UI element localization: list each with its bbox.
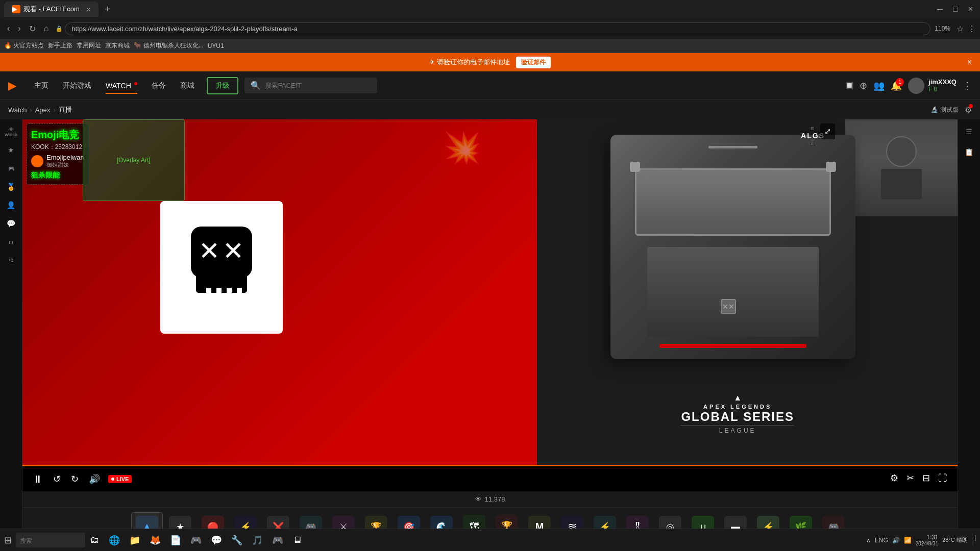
taskbar-icon-4[interactable]: 🦊 (145, 533, 165, 548)
taskbar-icon-3[interactable]: 📁 (125, 533, 144, 548)
video-area: 💥 ≡ ALGS ≡ ✕ ✕ (22, 119, 958, 551)
nav-home[interactable]: 主页 (28, 77, 55, 94)
taskbar-show-desktop[interactable]: | (972, 534, 976, 546)
toggle-icon[interactable]: 🔲 (845, 82, 853, 89)
svg-rect-7 (237, 288, 242, 298)
sidebar-icon-1[interactable]: 👁 Watch (3, 123, 19, 140)
menu-icon[interactable]: ⋮ (963, 80, 972, 91)
close-browser[interactable]: × (965, 5, 976, 14)
upgrade-btn[interactable]: 升级 (207, 77, 238, 94)
bookmark-5[interactable]: UYU1 (208, 42, 224, 49)
expand-video-btn[interactable]: ⤢ (820, 123, 835, 139)
rewind-btn[interactable]: ↺ (51, 471, 63, 487)
new-tab-btn[interactable]: + (101, 4, 114, 15)
fullscreen-btn[interactable]: ⛶ (936, 471, 949, 486)
taskbar-icon-2[interactable]: 🌐 (105, 533, 124, 548)
breadcrumb-apex[interactable]: Apex (35, 106, 51, 114)
taskbar-arrow[interactable]: ∧ (866, 537, 871, 544)
tab-favicon: ▶ (12, 5, 20, 13)
taskbar-icon-5[interactable]: 📄 (166, 533, 185, 548)
progress-bar[interactable] (22, 465, 958, 466)
taskbar-network[interactable]: 📶 (904, 537, 912, 544)
sidebar-icon-7[interactable]: m (3, 234, 19, 250)
maximize-browser[interactable]: □ (950, 5, 961, 14)
taskbar-icon-11[interactable]: 🖥 (288, 533, 306, 547)
right-icon-1[interactable]: ☰ (961, 123, 977, 140)
browser-chrome: ▶ 观看 - FACEIT.com × + ─ □ × ‹ › ↻ ⌂ 🔒 11… (0, 0, 980, 53)
taskbar-icon-1[interactable]: 🗂 (86, 533, 104, 547)
nav-start-game[interactable]: 开始游戏 (57, 77, 97, 94)
test-mode-btn[interactable]: 🔬 测试版 (930, 106, 959, 114)
friends-icon[interactable]: 👥 (873, 80, 885, 91)
breadcrumb-sep-1: › (30, 106, 32, 114)
volume-btn[interactable]: 🔊 (87, 471, 102, 487)
blood-decoration: 💥 (443, 130, 481, 166)
nav-tasks[interactable]: 任务 (145, 77, 172, 94)
bookmark-2[interactable]: 常用网址 (77, 41, 101, 50)
main-content: 👁 Watch ★ 🎮 🏅 👤 💬 m +3 💥 ≡ ALGS ≡ (0, 119, 980, 551)
play-pause-btn[interactable]: ⏸ (31, 471, 45, 487)
sidebar-icon-6[interactable]: 💬 (3, 215, 19, 232)
taskbar-lang[interactable]: ENG (875, 537, 888, 544)
search-taskbar[interactable] (16, 533, 85, 547)
nav-shop[interactable]: 商城 (174, 77, 201, 94)
minimize-browser[interactable]: ─ (934, 5, 946, 14)
nav-watch[interactable]: WATCH (100, 78, 143, 94)
quality-btn[interactable]: ✂ (904, 470, 916, 486)
host-name: Emojipeiwan (46, 154, 84, 161)
video-controls: ⏸ ↺ ↻ 🔊 LIVE ⚙ ✂ ⊟ ⛶ (22, 465, 958, 491)
right-icon-2[interactable]: 📋 (961, 144, 977, 160)
stream-overlay: Emoji电竞 KOOK：25283012 Emojipeiwan 御姐甜妹 狙… (22, 119, 93, 189)
sidebar-icon-3[interactable]: 🎮 (3, 160, 19, 177)
taskbar-volume[interactable]: 🔊 (892, 537, 900, 544)
tab-close-btn[interactable]: × (87, 6, 91, 13)
address-bar[interactable] (65, 22, 930, 35)
sidebar-icon-8[interactable]: +3 (3, 252, 19, 268)
search-input[interactable] (265, 82, 371, 89)
zoom-level: 110% (935, 25, 950, 32)
breadcrumb-live: 直播 (59, 105, 72, 114)
taskbar-icon-7[interactable]: 💬 (207, 533, 226, 548)
refresh-btn[interactable]: ↻ (26, 22, 39, 36)
notif-close-btn[interactable]: × (967, 58, 972, 67)
taskbar-icon-6[interactable]: 🎮 (186, 533, 206, 548)
search-box[interactable]: 🔍 (244, 78, 377, 93)
bookmark-1[interactable]: 新手上路 (48, 41, 72, 50)
active-tab[interactable]: ▶ 观看 - FACEIT.com × (4, 2, 99, 17)
taskbar-clock[interactable]: 1:31 2024/8/31 (916, 534, 939, 546)
stream-host: Emojipeiwan 御姐甜妹 (31, 154, 84, 169)
verify-email-btn[interactable]: 验证邮件 (516, 57, 551, 68)
taskbar-icon-9[interactable]: 🎵 (248, 533, 267, 548)
add-icon[interactable]: ⊕ (860, 80, 867, 91)
start-btn[interactable]: ⊞ (4, 535, 12, 546)
taskbar-icon-10[interactable]: 🎮 (268, 533, 287, 548)
star-btn[interactable]: ☆ (957, 24, 964, 34)
breadcrumb-actions: 🔬 测试版 ⚙ (930, 105, 972, 115)
more-btn[interactable]: ⋮ (968, 24, 976, 34)
forward-btn[interactable]: ↻ (69, 471, 81, 487)
logo[interactable]: ▶ (8, 80, 16, 92)
breadcrumb-watch[interactable]: Watch (8, 106, 27, 114)
watch-label: Watch (5, 132, 17, 137)
taskbar-icon-8[interactable]: 🔧 (227, 533, 247, 548)
sidebar-icon-2[interactable]: ★ (3, 142, 19, 158)
settings-btn[interactable]: ⚙ (888, 470, 900, 486)
svg-rect-5 (216, 288, 222, 298)
video-player[interactable]: 💥 ≡ ALGS ≡ ✕ ✕ (22, 119, 958, 465)
sidebar-icon-5[interactable]: 👤 (3, 197, 19, 213)
notification-bell[interactable]: 🔔 1 (891, 80, 902, 91)
sidebar-icon-4[interactable]: 🏅 (3, 179, 19, 195)
bookmark-0[interactable]: 🔥 火官方站点 (4, 41, 44, 50)
taskbar-right: ∧ ENG 🔊 📶 1:31 2024/8/31 28°C 晴朗 | (866, 534, 976, 546)
back-btn[interactable]: ‹ (4, 22, 13, 35)
taskbar-search-input[interactable] (20, 537, 81, 544)
notif-count: 1 (896, 78, 904, 86)
home-btn[interactable]: ⌂ (41, 22, 52, 35)
progress-fill (22, 465, 958, 466)
user-profile[interactable]: jimXXXQ F 0 (908, 78, 957, 94)
bookmark-3[interactable]: 京东商城 (105, 41, 130, 50)
settings-dot (969, 104, 973, 108)
forward-btn[interactable]: › (15, 22, 23, 35)
bookmark-4[interactable]: 🐂 德州电锯杀人狂汉化... (134, 41, 203, 50)
minimize-btn[interactable]: ⊟ (920, 470, 932, 486)
